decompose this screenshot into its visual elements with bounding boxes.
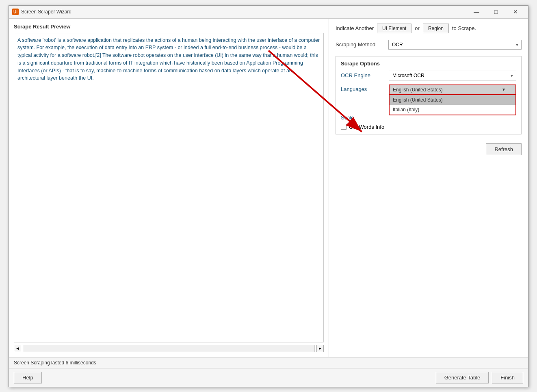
languages-label: Languages xyxy=(341,84,385,92)
preview-title: Scrape Result Preview xyxy=(14,24,324,30)
ocr-engine-select-wrapper: Microsoft OCR xyxy=(389,71,516,80)
window-title: Screen Scraper Wizard xyxy=(21,9,71,15)
scroll-left-button[interactable]: ◄ xyxy=(14,345,21,352)
get-words-row: Get Words Info xyxy=(341,124,516,130)
to-scrape-label: to Scrape. xyxy=(452,25,476,31)
title-bar-left: Ui Screen Scraper Wizard xyxy=(12,9,71,15)
languages-dropdown-wrapper: English (United States) ▼ English (Unite… xyxy=(389,84,516,95)
indicate-another-row: Indicate Another UI Element or Region to… xyxy=(336,24,522,33)
refresh-area: Refresh xyxy=(336,143,522,155)
language-option-english[interactable]: English (United States) xyxy=(390,95,515,105)
scraping-method-select-wrapper: OCR xyxy=(388,40,522,50)
get-words-label: Get Words Info xyxy=(349,124,384,130)
scale-row: Scale xyxy=(341,115,516,121)
window-inner: Scrape Result Preview A software 'robot'… xyxy=(9,19,528,387)
right-panel: Indicate Another UI Element or Region to… xyxy=(329,19,528,357)
footer-bar: Help Generate Table Finish xyxy=(9,368,528,387)
scrape-options-section: Scrape Options OCR Engine Microsoft OCR … xyxy=(336,56,522,134)
main-window: Ui Screen Scraper Wizard — □ ✕ Scrape Re… xyxy=(9,5,528,387)
ui-element-button[interactable]: UI Element xyxy=(377,24,411,33)
scraping-method-row: Scraping Method OCR xyxy=(336,40,522,50)
dropdown-arrow-icon: ▼ xyxy=(502,87,506,92)
left-panel: Scrape Result Preview A software 'robot'… xyxy=(9,19,329,357)
get-words-checkbox[interactable] xyxy=(341,124,346,130)
ocr-engine-label: OCR Engine xyxy=(341,72,385,78)
content-area: Scrape Result Preview A software 'robot'… xyxy=(9,19,528,357)
region-button[interactable]: Region xyxy=(423,24,449,33)
window-controls: — □ ✕ xyxy=(467,6,525,18)
app-icon: Ui xyxy=(12,9,19,15)
status-text: Screen Scraping lasted 6 milliseconds xyxy=(14,360,96,366)
languages-selected-value: English (United States) xyxy=(393,87,443,93)
maximize-button[interactable]: □ xyxy=(487,6,505,18)
minimize-button[interactable]: — xyxy=(467,6,486,18)
horizontal-scrollbar: ◄ ► xyxy=(14,345,324,352)
languages-dropdown-header[interactable]: English (United States) ▼ xyxy=(389,84,516,95)
ocr-engine-select[interactable]: Microsoft OCR xyxy=(389,71,516,80)
help-button[interactable]: Help xyxy=(14,372,42,383)
footer-right-buttons: Generate Table Finish xyxy=(436,372,523,383)
languages-row: Languages English (United States) ▼ Engl… xyxy=(341,84,516,95)
scraping-method-label: Scraping Method xyxy=(336,41,384,48)
language-option-italian[interactable]: Italian (Italy) xyxy=(390,105,515,115)
indicate-label: Indicate Another xyxy=(336,25,374,31)
refresh-button[interactable]: Refresh xyxy=(486,143,522,155)
close-button[interactable]: ✕ xyxy=(506,6,525,18)
scale-label: Scale xyxy=(341,115,385,121)
scraping-method-select[interactable]: OCR xyxy=(388,40,522,50)
preview-text: A software 'robot' is a software applica… xyxy=(14,33,324,342)
or-label: or xyxy=(415,25,420,31)
title-bar: Ui Screen Scraper Wizard — □ ✕ xyxy=(9,6,528,19)
scroll-track[interactable] xyxy=(23,345,315,352)
languages-dropdown-list: English (United States) Italian (Italy) xyxy=(389,95,516,115)
scrape-options-title: Scrape Options xyxy=(341,61,516,67)
scroll-right-button[interactable]: ► xyxy=(316,345,324,352)
status-bar: Screen Scraping lasted 6 milliseconds xyxy=(9,357,528,368)
ocr-engine-row: OCR Engine Microsoft OCR xyxy=(341,71,516,80)
finish-button[interactable]: Finish xyxy=(492,372,523,383)
generate-table-button[interactable]: Generate Table xyxy=(436,372,489,383)
